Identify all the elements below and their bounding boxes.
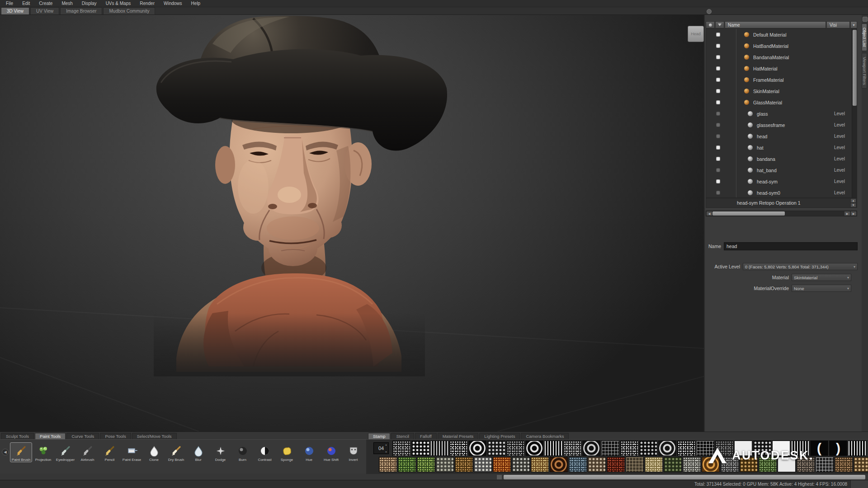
stepper-arrows-icon[interactable]: ▲▼ (384, 443, 388, 453)
tab-material-presets[interactable]: Material Presets (438, 433, 479, 439)
visibility-toggle[interactable] (716, 134, 720, 138)
panel-options-icon[interactable] (707, 9, 712, 14)
tab-curve-tools[interactable]: Curve Tools (66, 433, 99, 439)
menu-render[interactable]: Render (136, 0, 159, 6)
menu-mesh[interactable]: Mesh (57, 0, 76, 6)
collapse-tray-button[interactable]: ◀ (2, 449, 9, 455)
tab-falloff[interactable]: Falloff (415, 433, 437, 439)
visibility-toggle[interactable] (716, 112, 720, 116)
object-row-glass[interactable]: glassLevel (706, 108, 857, 119)
material-dropdown[interactable]: SkinMaterial▾ (792, 274, 851, 281)
object-row-head[interactable]: headLevel (706, 131, 857, 142)
tool-airbrush[interactable]: Airbrush (76, 442, 99, 462)
object-row-bandanamaterial[interactable]: BandanaMaterial (706, 52, 857, 63)
visibility-toggle[interactable] (716, 55, 720, 59)
sort-arrow-icon[interactable]: ▾ (850, 21, 857, 28)
menu-display[interactable]: Display (78, 0, 101, 6)
preset-thumbnail[interactable] (835, 457, 853, 472)
object-row-hatmaterial[interactable]: HatMaterial (706, 63, 857, 74)
viewport-3d[interactable]: Head (0, 15, 704, 432)
scrollbar-thumb[interactable] (504, 475, 865, 479)
tab-camera-bookmarks[interactable]: Camera Bookmarks (521, 433, 569, 439)
preset-thumbnail[interactable] (512, 457, 530, 472)
tab-mudbox-community[interactable]: Mudbox Community (103, 7, 155, 14)
object-row-hat-band[interactable]: hat_bandLevel (706, 164, 857, 176)
list-funnel-filter-button[interactable] (715, 21, 724, 28)
preset-thumbnail[interactable] (398, 457, 416, 472)
preset-thumbnail[interactable] (468, 441, 486, 456)
visibility-toggle[interactable] (716, 191, 720, 195)
visibility-toggle[interactable] (716, 168, 720, 172)
preset-thumbnail[interactable] (582, 441, 600, 456)
visibility-toggle[interactable] (716, 44, 720, 48)
tool-dry-brush[interactable]: Dry Brush (165, 442, 187, 462)
preset-thumbnail[interactable] (493, 457, 511, 472)
preset-thumbnail[interactable] (569, 457, 587, 472)
tool-projection[interactable]: Projection (32, 442, 54, 462)
tab-viewport-filters[interactable]: Viewport Filters (862, 53, 867, 89)
tool-paint-erase[interactable]: Paint Erase (121, 442, 143, 462)
tool-hue-shift[interactable]: Hue Shift (320, 442, 342, 462)
scroll-up-icon[interactable]: ▲ (850, 198, 856, 203)
visibility-toggle[interactable] (716, 123, 720, 127)
object-row-bandana[interactable]: bandanaLevel (706, 153, 857, 164)
preset-thumbnail[interactable] (449, 441, 467, 456)
preset-thumbnail[interactable] (563, 441, 581, 456)
menu-windows[interactable]: Windows (160, 0, 186, 6)
preset-thumbnail[interactable] (683, 457, 701, 472)
preset-thumbnail[interactable] (601, 441, 619, 456)
scroll-left-icon[interactable]: ◀ (707, 211, 712, 216)
preset-thumbnail[interactable] (455, 457, 473, 472)
material-override-dropdown[interactable]: None▾ (792, 285, 851, 292)
preset-thumbnail[interactable] (848, 441, 866, 456)
preset-thumbnail[interactable] (664, 457, 682, 472)
tab-pose-tools[interactable]: Pose Tools (100, 433, 131, 439)
tool-eyedropper[interactable]: Eyedropper (54, 442, 76, 462)
preset-thumbnail[interactable] (430, 441, 448, 456)
object-row-hatbandmaterial[interactable]: HatBandMaterial (706, 40, 857, 52)
menu-create[interactable]: Create (35, 0, 57, 6)
preset-thumbnail[interactable] (417, 457, 435, 472)
tab-paint-tools[interactable]: Paint Tools (35, 433, 66, 439)
column-header-name[interactable]: Name (725, 21, 826, 28)
visibility-toggle[interactable] (716, 145, 720, 150)
tab-sculpt-tools[interactable]: Sculpt Tools (1, 433, 34, 439)
object-row-glassmaterial[interactable]: GlassMaterial (706, 97, 857, 108)
preset-thumbnail[interactable] (506, 441, 524, 456)
preset-thumbnail[interactable] (607, 457, 625, 472)
visibility-toggle[interactable] (716, 157, 720, 161)
preset-thumbnail[interactable] (436, 457, 454, 472)
tab-uv-view[interactable]: UV View (30, 7, 59, 14)
tool-burn[interactable]: Burn (231, 442, 254, 462)
tab-stamp[interactable]: Stamp (368, 433, 390, 439)
status-corner-widget[interactable] (850, 480, 868, 488)
tool-hue[interactable]: Hue (298, 442, 320, 462)
preset-thumbnail[interactable] (639, 441, 657, 456)
object-row-head-sym[interactable]: head-symLevel (706, 176, 857, 187)
tool-sponge[interactable]: Sponge (276, 442, 298, 462)
visibility-toggle[interactable] (716, 89, 720, 93)
preset-thumbnail[interactable] (854, 457, 868, 472)
panel-collapse-icon[interactable] (863, 17, 868, 22)
tool-clone[interactable]: Clone (143, 442, 165, 462)
object-row-framematerial[interactable]: FrameMaterial (706, 74, 857, 85)
tool-blur[interactable]: Blur (187, 442, 209, 462)
object-row-head-sym0[interactable]: head-sym0Level (706, 187, 857, 198)
list-sphere-filter-button[interactable] (706, 21, 715, 28)
menu-help[interactable]: Help (187, 0, 205, 6)
object-row-hat[interactable]: hatLevel (706, 142, 857, 153)
preset-thumbnail[interactable] (411, 441, 429, 456)
scroll-right-end-icon[interactable]: ▶ (851, 211, 856, 216)
preset-thumbnail[interactable] (525, 441, 543, 456)
preset-thumbnail[interactable] (658, 441, 676, 456)
tab-object-list[interactable]: Object List (862, 23, 867, 51)
preset-thumbnail[interactable] (677, 441, 695, 456)
preset-thumbnail[interactable] (816, 457, 834, 472)
preset-thumbnail[interactable] (392, 441, 410, 456)
visibility-toggle[interactable] (716, 66, 720, 70)
preset-thumbnail[interactable] (487, 441, 505, 456)
stamp-size-stepper[interactable]: 04 ▲▼ (373, 442, 389, 454)
active-level-dropdown[interactable]: 0 (Faces: 5,802 Verts: 5,804 Total: 371,… (743, 263, 858, 270)
column-header-visibility[interactable]: Visi (826, 21, 850, 28)
retopo-operation-row[interactable]: head-sym Retopo Operation 1 (706, 198, 857, 208)
